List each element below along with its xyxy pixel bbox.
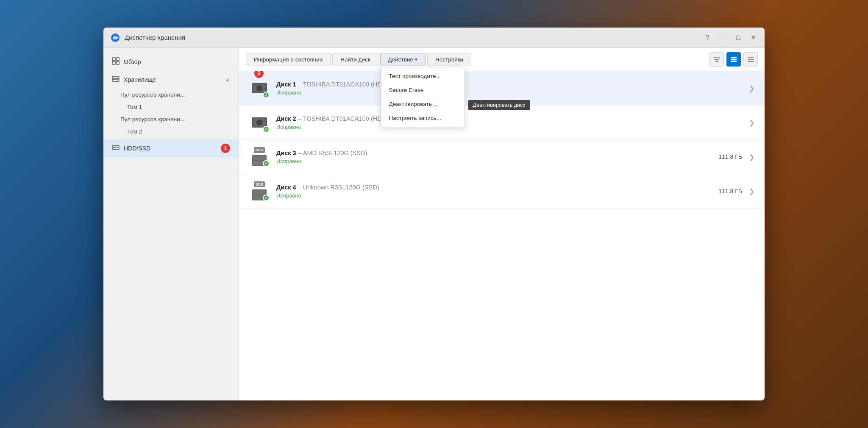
disk1-icon-wrapper [249,78,270,98]
disk1-status: Исправно [276,89,700,96]
hdd-icon [112,144,120,153]
sidebar-storage-section[interactable]: Хранилище ▲ [103,71,239,89]
action-button[interactable]: Действие ▾ [380,53,426,66]
disk3-status: Исправно [276,158,700,164]
list-view-button[interactable] [726,52,741,67]
disk4-icon-wrapper: SSD [249,181,270,201]
svg-rect-17 [731,57,737,58]
svg-rect-5 [112,61,115,64]
disk1-badge: 2 [254,71,264,78]
toolbar: Информация о состоянии Найти диск Действ… [239,48,765,71]
vol1-label: Том 1 [127,104,142,110]
overview-icon [112,57,120,67]
disk3-name: Диск 3 – AMD R5SL120G (SSD) [276,150,700,156]
disk4-size: 111.8 ГБ [700,188,742,195]
dropdown-item-test[interactable]: Тест производите... [381,69,465,83]
sidebar-pool1[interactable]: Пул ресурсов хранени... [120,89,239,101]
hdd-label: HDD/SSD [124,145,150,152]
svg-point-12 [117,147,119,148]
filter-button[interactable] [709,52,724,67]
dropdown-item-deactivate[interactable]: Деактивировать ... Деактивировать диск [381,97,465,111]
disk3-size: 111.8 ГБ [700,153,742,160]
disk-row-3[interactable]: SSD Диск 3 [239,140,765,174]
disk2-status-dot [263,126,270,133]
disk4-chevron: ❯ [749,187,754,195]
pool2-label: Пул ресурсов хранени... [120,116,185,122]
storage-sub: Пул ресурсов хранени... Том 1 Пул ресурс… [103,89,239,138]
window-title: Диспетчер хранения [125,34,704,41]
disk1-chevron: ❯ [749,84,754,92]
window-controls: ? — □ ✕ [704,33,758,43]
sidebar-item-hdd[interactable]: HDD/SSD 1 [103,139,239,157]
close-button[interactable]: ✕ [749,33,758,43]
dropdown-item-configure[interactable]: Настроить запись... [381,111,465,125]
grid-view-button[interactable] [743,52,758,67]
svg-rect-4 [116,58,119,61]
titlebar: Диспетчер хранения ? — □ ✕ [103,28,765,48]
disk2-chevron: ❯ [749,119,754,127]
sidebar: Обзор Хранилище ▲ Пул ресурсо [103,48,239,400]
dropdown-item-erase[interactable]: Secure Erase [381,83,465,97]
sidebar-vol2[interactable]: Том 2 [120,125,239,138]
disk1-info: Диск 1 – TOSHIBA DT01ACA100 (HDD Исправн… [276,81,700,96]
svg-point-10 [117,80,118,81]
content-area: Обзор Хранилище ▲ Пул ресурсо [103,48,765,400]
app-icon [110,33,120,43]
svg-point-9 [117,77,118,78]
svg-rect-2 [113,37,118,39]
disk1-status-dot [263,92,270,98]
svg-point-27 [259,88,260,89]
disk-row-2[interactable]: Диск 2 – TOSHIBA DT01ACA100 (HDD Исправн… [239,106,765,140]
toolbar-right [709,52,758,67]
disk3-chevron: ❯ [749,153,754,161]
info-button[interactable]: Информация о состоянии [246,53,331,66]
disk-list: Диск 1 – TOSHIBA DT01ACA100 (HDD Исправн… [239,71,765,400]
disk2-icon-wrapper [249,112,270,133]
settings-button[interactable]: Настройки [427,53,471,66]
svg-rect-3 [112,58,115,61]
svg-rect-18 [731,59,737,60]
disk3-icon-wrapper: SSD [249,147,270,167]
svg-point-32 [259,122,260,123]
disk4-status-dot [263,195,270,201]
hdd-badge: 1 [221,144,230,153]
disk3-status-dot [263,160,270,167]
svg-rect-34 [253,156,266,160]
pool1-label: Пул ресурсов хранени... [120,92,185,98]
svg-rect-6 [116,61,119,64]
disk4-status: Исправно [276,192,700,199]
disk2-info: Диск 2 – TOSHIBA DT01ACA100 (HDD Исправн… [276,115,700,130]
disk3-info: Диск 3 – AMD R5SL120G (SSD) Исправно [276,150,700,164]
vol2-label: Том 2 [127,128,142,135]
disk4-name: Диск 4 – Unknown R3SL120G (SSD) [276,184,700,191]
disk2-name: Диск 2 – TOSHIBA DT01ACA100 (HDD [276,115,700,122]
disk2-status: Исправно [276,124,700,130]
storage-chevron: ▲ [225,77,230,83]
maximize-button[interactable]: □ [734,33,742,43]
main-window: Диспетчер хранения ? — □ ✕ Обзор [103,28,765,400]
action-dropdown-container: Действие ▾ Тест производите... Secure Er… [380,53,426,66]
disk1-name: Диск 1 – TOSHIBA DT01ACA100 (HDD [276,81,700,88]
sidebar-pool2[interactable]: Пул ресурсов хранени... [120,113,239,125]
overview-label: Обзор [124,58,141,65]
svg-rect-19 [731,61,737,62]
disk4-info: Диск 4 – Unknown R3SL120G (SSD) Исправно [276,184,700,199]
sidebar-item-overview[interactable]: Обзор [103,53,239,71]
storage-icon [112,75,120,84]
sidebar-vol1[interactable]: Том 1 [120,101,239,113]
svg-rect-37 [253,190,266,195]
disk-row-4[interactable]: SSD Диск 4 [239,174,765,208]
minimize-button[interactable]: — [718,33,728,43]
action-dropdown-menu: Тест производите... Secure Erase Деактив… [380,67,465,127]
help-button[interactable]: ? [704,33,711,43]
main-content: Информация о состоянии Найти диск Действ… [239,48,765,400]
disk-row-1[interactable]: Диск 1 – TOSHIBA DT01ACA100 (HDD Исправн… [239,71,765,106]
storage-label: Хранилище [124,76,156,83]
find-disk-button[interactable]: Найти диск [332,53,378,66]
